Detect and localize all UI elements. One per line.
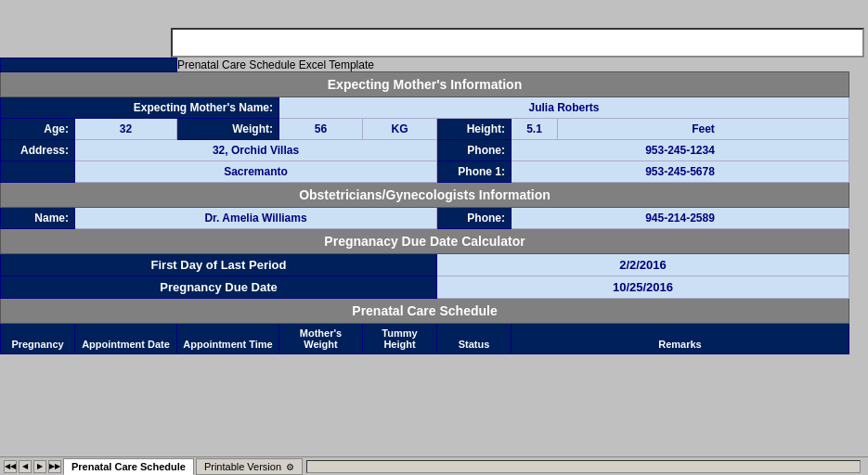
tab-bar: ◀◀ ◀ ▶ ▶▶ Prenatal Care Schedule Printab… bbox=[0, 456, 868, 475]
title-row: Prenatal Care Schedule Excel Template bbox=[1, 58, 849, 72]
page-title: Prenatal Care Schedule Excel Template bbox=[177, 58, 374, 71]
mother-info-section-header: Expecting Mother's Information bbox=[1, 71, 849, 96]
main-table: Prenatal Care Schedule Excel Template Ex… bbox=[0, 58, 849, 354]
toolbar-area bbox=[0, 0, 868, 58]
city-phone1-row: Sacremanto Phone 1: 953-245-5678 bbox=[1, 160, 849, 182]
mother-name-row: Expecting Mother's Name: Julia Roberts bbox=[1, 96, 849, 118]
spreadsheet-container: Prenatal Care Schedule Excel Template Ex… bbox=[0, 0, 868, 475]
schedule-column-headers: Pregnancy Appointment Date Appointment T… bbox=[1, 323, 849, 353]
tab-nav-last[interactable]: ▶▶ bbox=[48, 460, 61, 473]
due-date-row: Pregnancy Due Date 10/25/2016 bbox=[1, 276, 849, 298]
schedule-section-header: Prenatal Care Schedule bbox=[1, 298, 849, 323]
tab-nav-prev[interactable]: ◀ bbox=[19, 460, 32, 473]
formula-bar[interactable] bbox=[171, 28, 864, 58]
tab-prenatal-care[interactable]: Prenatal Care Schedule bbox=[63, 458, 194, 475]
toolbar-blank bbox=[4, 4, 171, 58]
tab-icon: ⚙ bbox=[286, 462, 294, 472]
horizontal-scrollbar[interactable] bbox=[306, 460, 861, 473]
tab-printable[interactable]: Printable Version ⚙ bbox=[196, 458, 303, 475]
doctor-row: Name: Dr. Amelia Williams Phone: 945-214… bbox=[1, 207, 849, 228]
tab-nav-first[interactable]: ◀◀ bbox=[4, 460, 17, 473]
age-weight-height-row: Age: 32 Weight: 56 KG Height: bbox=[1, 118, 849, 139]
tab-nav-next[interactable]: ▶ bbox=[33, 460, 46, 473]
first-day-row: First Day of Last Period 2/2/2016 bbox=[1, 253, 849, 276]
main-content: Prenatal Care Schedule Excel Template Ex… bbox=[0, 58, 868, 456]
due-date-section-header: Pregnanacy Due Date Calculator bbox=[1, 228, 849, 253]
address-phone-row: Address: 32, Orchid Villas Phone: 953-24… bbox=[1, 139, 849, 160]
sheet-area: Prenatal Care Schedule Excel Template Ex… bbox=[0, 58, 868, 456]
doctor-section-header: Obstetricians/Gynecologists Information bbox=[1, 182, 849, 207]
